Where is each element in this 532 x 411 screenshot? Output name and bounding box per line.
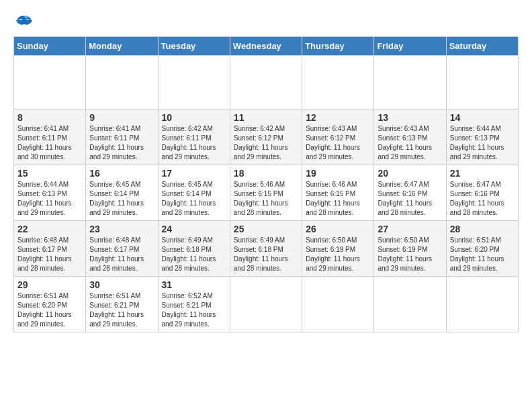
day-info: Sunrise: 6:45 AMSunset: 6:14 PMDaylight:… [162, 181, 216, 216]
calendar-cell: 31 Sunrise: 6:52 AMSunset: 6:21 PMDaylig… [158, 277, 230, 332]
calendar-cell: 26 Sunrise: 6:50 AMSunset: 6:19 PMDaylig… [302, 221, 374, 277]
calendar-cell: 18 Sunrise: 6:46 AMSunset: 6:15 PMDaylig… [230, 165, 302, 221]
day-info: Sunrise: 6:48 AMSunset: 6:17 PMDaylight:… [17, 236, 72, 272]
calendar-cell: 25 Sunrise: 6:49 AMSunset: 6:18 PMDaylig… [230, 221, 302, 277]
day-number: 11 [234, 112, 298, 123]
page-header [13, 13, 519, 30]
day-info: Sunrise: 6:47 AMSunset: 6:16 PMDaylight:… [378, 181, 432, 216]
day-info: Sunrise: 6:41 AMSunset: 6:11 PMDaylight:… [17, 125, 72, 161]
day-number: 25 [234, 224, 298, 234]
day-info: Sunrise: 6:47 AMSunset: 6:16 PMDaylight:… [450, 181, 504, 216]
day-info: Sunrise: 6:49 AMSunset: 6:18 PMDaylight:… [234, 236, 288, 272]
calendar-cell: 19 Sunrise: 6:46 AMSunset: 6:15 PMDaylig… [302, 165, 374, 221]
week-row-4: 22 Sunrise: 6:48 AMSunset: 6:17 PMDaylig… [14, 221, 519, 277]
calendar-cell: 27 Sunrise: 6:50 AMSunset: 6:19 PMDaylig… [374, 221, 446, 277]
day-number: 8 [17, 112, 82, 123]
col-header-monday: Monday [86, 37, 158, 56]
calendar-cell: 8 Sunrise: 6:41 AMSunset: 6:11 PMDayligh… [14, 109, 86, 165]
calendar-cell: 17 Sunrise: 6:45 AMSunset: 6:14 PMDaylig… [158, 165, 230, 221]
day-number: 10 [162, 112, 226, 123]
day-info: Sunrise: 6:50 AMSunset: 6:19 PMDaylight:… [306, 236, 360, 272]
col-header-friday: Friday [374, 37, 446, 56]
day-number: 20 [378, 168, 442, 179]
week-row-1 [14, 56, 519, 109]
day-number: 22 [17, 224, 82, 234]
day-number: 19 [306, 168, 370, 179]
calendar-cell [374, 277, 446, 332]
day-info: Sunrise: 6:41 AMSunset: 6:11 PMDaylight:… [89, 125, 144, 161]
day-info: Sunrise: 6:45 AMSunset: 6:14 PMDaylight:… [89, 181, 144, 216]
day-info: Sunrise: 6:51 AMSunset: 6:20 PMDaylight:… [450, 236, 504, 272]
calendar-cell: 20 Sunrise: 6:47 AMSunset: 6:16 PMDaylig… [374, 165, 446, 221]
day-info: Sunrise: 6:52 AMSunset: 6:21 PMDaylight:… [162, 292, 216, 328]
calendar-cell [14, 56, 86, 109]
calendar-cell: 29 Sunrise: 6:51 AMSunset: 6:20 PMDaylig… [14, 277, 86, 332]
day-info: Sunrise: 6:42 AMSunset: 6:11 PMDaylight:… [162, 125, 216, 161]
calendar-cell: 24 Sunrise: 6:49 AMSunset: 6:18 PMDaylig… [158, 221, 230, 277]
calendar-cell [374, 56, 446, 109]
calendar-cell: 14 Sunrise: 6:44 AMSunset: 6:13 PMDaylig… [446, 109, 518, 165]
calendar-cell: 30 Sunrise: 6:51 AMSunset: 6:21 PMDaylig… [86, 277, 158, 332]
day-number: 18 [234, 168, 298, 179]
calendar-cell: 13 Sunrise: 6:43 AMSunset: 6:13 PMDaylig… [374, 109, 446, 165]
col-header-sunday: Sunday [14, 37, 86, 56]
day-number: 27 [378, 224, 442, 234]
col-header-saturday: Saturday [446, 37, 518, 56]
calendar-cell [86, 56, 158, 109]
day-number: 14 [450, 112, 515, 123]
calendar-cell: 12 Sunrise: 6:43 AMSunset: 6:12 PMDaylig… [302, 109, 374, 165]
day-number: 30 [89, 279, 154, 290]
calendar-cell: 9 Sunrise: 6:41 AMSunset: 6:11 PMDayligh… [86, 109, 158, 165]
week-row-3: 15 Sunrise: 6:44 AMSunset: 6:13 PMDaylig… [14, 165, 519, 221]
calendar-cell [230, 277, 302, 332]
day-info: Sunrise: 6:44 AMSunset: 6:13 PMDaylight:… [450, 125, 504, 161]
calendar-cell [230, 56, 302, 109]
day-number: 16 [89, 168, 154, 179]
day-number: 17 [162, 168, 226, 179]
day-number: 12 [306, 112, 370, 123]
day-info: Sunrise: 6:44 AMSunset: 6:13 PMDaylight:… [17, 181, 72, 216]
day-number: 29 [17, 279, 82, 290]
day-info: Sunrise: 6:43 AMSunset: 6:12 PMDaylight:… [306, 125, 360, 161]
calendar-cell: 23 Sunrise: 6:48 AMSunset: 6:17 PMDaylig… [86, 221, 158, 277]
day-number: 13 [378, 112, 442, 123]
day-info: Sunrise: 6:49 AMSunset: 6:18 PMDaylight:… [162, 236, 216, 272]
day-number: 28 [450, 224, 515, 234]
calendar-table: SundayMondayTuesdayWednesdayThursdayFrid… [13, 36, 519, 332]
logo [13, 13, 34, 30]
calendar-cell: 21 Sunrise: 6:47 AMSunset: 6:16 PMDaylig… [446, 165, 518, 221]
calendar-cell [446, 56, 518, 109]
day-info: Sunrise: 6:50 AMSunset: 6:19 PMDaylight:… [378, 236, 432, 272]
day-info: Sunrise: 6:46 AMSunset: 6:15 PMDaylight:… [306, 181, 360, 216]
calendar-cell [302, 56, 374, 109]
col-header-thursday: Thursday [302, 37, 374, 56]
calendar-cell [446, 277, 518, 332]
calendar-cell: 10 Sunrise: 6:42 AMSunset: 6:11 PMDaylig… [158, 109, 230, 165]
day-info: Sunrise: 6:51 AMSunset: 6:21 PMDaylight:… [89, 292, 144, 328]
calendar-cell: 16 Sunrise: 6:45 AMSunset: 6:14 PMDaylig… [86, 165, 158, 221]
day-number: 9 [89, 112, 154, 123]
logo-bird-icon [15, 13, 34, 32]
week-row-5: 29 Sunrise: 6:51 AMSunset: 6:20 PMDaylig… [14, 277, 519, 332]
day-number: 31 [162, 279, 226, 290]
day-info: Sunrise: 6:42 AMSunset: 6:12 PMDaylight:… [234, 125, 288, 161]
calendar-cell: 15 Sunrise: 6:44 AMSunset: 6:13 PMDaylig… [14, 165, 86, 221]
day-info: Sunrise: 6:48 AMSunset: 6:17 PMDaylight:… [89, 236, 144, 272]
calendar-cell: 11 Sunrise: 6:42 AMSunset: 6:12 PMDaylig… [230, 109, 302, 165]
day-number: 26 [306, 224, 370, 234]
col-header-tuesday: Tuesday [158, 37, 230, 56]
day-info: Sunrise: 6:46 AMSunset: 6:15 PMDaylight:… [234, 181, 288, 216]
day-info: Sunrise: 6:51 AMSunset: 6:20 PMDaylight:… [17, 292, 72, 328]
day-info: Sunrise: 6:43 AMSunset: 6:13 PMDaylight:… [378, 125, 432, 161]
day-number: 21 [450, 168, 515, 179]
col-header-wednesday: Wednesday [230, 37, 302, 56]
calendar-cell: 22 Sunrise: 6:48 AMSunset: 6:17 PMDaylig… [14, 221, 86, 277]
week-row-2: 8 Sunrise: 6:41 AMSunset: 6:11 PMDayligh… [14, 109, 519, 165]
day-number: 24 [162, 224, 226, 234]
day-number: 15 [17, 168, 82, 179]
calendar-cell: 28 Sunrise: 6:51 AMSunset: 6:20 PMDaylig… [446, 221, 518, 277]
calendar-cell [158, 56, 230, 109]
day-number: 23 [89, 224, 154, 234]
calendar-cell [302, 277, 374, 332]
